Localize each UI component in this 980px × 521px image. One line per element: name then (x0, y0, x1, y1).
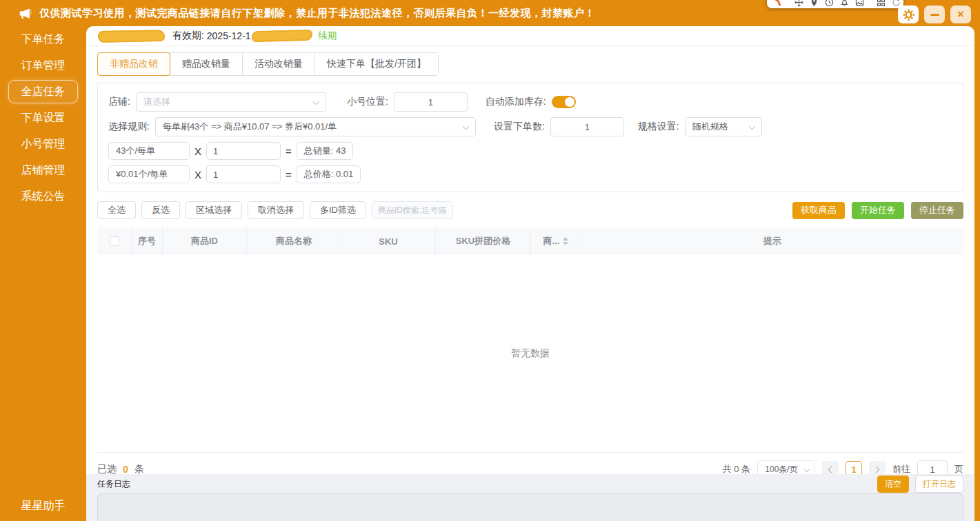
page-size-value: 100条/页 (765, 464, 797, 476)
main-panel: 有效期: 2025-12-1 续期 非赠品改销 赠品改销量 活动改销量 快速下单… (86, 26, 974, 521)
move-icon[interactable] (794, 0, 803, 7)
column-product-name: 商品名称 (247, 227, 341, 255)
chevron-down-icon (804, 467, 810, 472)
form-row-rule: 选择规则: 每单刷43个 => 商品¥10.07 => 券后¥0.01/单 设置… (108, 117, 952, 136)
column-truncated: 商... (531, 227, 581, 255)
task-log-output[interactable] (97, 493, 963, 521)
tab-activity-sales[interactable]: 活动改销量 (242, 53, 314, 75)
form-row-price: ¥0.01个/每单 X = 总价格: 0.01 (108, 165, 952, 183)
region-select-button[interactable]: 区域选择 (186, 201, 242, 219)
sidebar-item-order-manage[interactable]: 订单管理 (0, 52, 86, 79)
image-icon[interactable] (855, 0, 864, 7)
price-multiplier-input[interactable] (206, 165, 281, 183)
column-sku: SKU (341, 227, 436, 255)
auto-stock-toggle[interactable] (552, 96, 576, 108)
equals-operator: = (286, 145, 292, 157)
tab-group: 非赠品改销 赠品改销量 活动改销量 快速下单【批发/开团】 (97, 52, 439, 76)
task-log-section: 任务日志 清空 打开日志 (86, 474, 974, 521)
selection-toolbar: 全选 反选 区域选择 取消选择 多ID筛选 获取商品 开始任务 停止任务 (97, 201, 963, 219)
minimize-button[interactable] (924, 6, 945, 23)
grid-icon[interactable] (877, 0, 886, 7)
window-controls: × (898, 6, 971, 23)
pin-icon[interactable] (810, 0, 819, 7)
column-tip: 提示 (581, 227, 963, 255)
banner-text: 仅供测试学习使用，测试完商品链接请自行下架删除，禁止用于非法犯法途径，否则后果自… (39, 7, 595, 20)
sidebar-item-account-manage[interactable]: 小号管理 (0, 131, 86, 157)
product-id-search-input[interactable] (372, 201, 453, 219)
sidebar-item-order-task[interactable]: 下单任务 (0, 26, 86, 52)
sidebar-item-shop-task[interactable]: 全店任务 (8, 80, 78, 103)
stop-task-button[interactable]: 停止任务 (911, 202, 963, 219)
selected-count: 0 (123, 464, 128, 475)
close-icon: × (957, 9, 963, 20)
shop-select[interactable]: 请选择 (136, 92, 326, 112)
chevron-down-icon (462, 123, 469, 130)
task-log-title: 任务日志 (97, 478, 130, 490)
table-header: 序号 商品ID 商品名称 SKU SKU拼团价格 商... 提示 (97, 227, 963, 255)
position-label: 小号位置: (347, 96, 388, 108)
times-operator: X (194, 145, 201, 157)
redacted-date (251, 30, 312, 42)
column-product-id: 商品ID (163, 227, 247, 255)
shop-label: 店铺: (108, 96, 130, 108)
sidebar-item-announcement[interactable]: 系统公告 (0, 183, 86, 210)
renew-link[interactable]: 续期 (319, 30, 337, 42)
price-unit-box: ¥0.01个/每单 (108, 165, 190, 183)
clock-icon[interactable] (825, 0, 834, 7)
spec-select-value: 随机规格 (692, 121, 728, 133)
expiry-label: 有效期: (172, 30, 204, 42)
open-log-button[interactable]: 打开日志 (915, 476, 963, 493)
close-button[interactable]: × (950, 6, 971, 23)
select-all-checkbox[interactable] (110, 236, 119, 246)
sort-caret-icon[interactable] (563, 237, 568, 245)
position-input[interactable] (394, 92, 468, 112)
toolbar-logo-icon (773, 0, 782, 7)
chevron-right-icon (873, 466, 880, 473)
rule-select[interactable]: 每单刷43个 => 商品¥10.07 => 券后¥0.01/单 (155, 117, 476, 136)
rule-select-value: 每单刷43个 => 商品¥10.07 => 券后¥0.01/单 (163, 121, 337, 133)
fetch-products-button[interactable]: 获取商品 (792, 202, 845, 219)
select-all-button[interactable]: 全选 (97, 201, 136, 219)
sidebar-item-store-manage[interactable]: 店铺管理 (0, 157, 86, 183)
form-panel: 店铺: 请选择 小号位置: 自动添加库存: 选择规则: 每单刷43个 => 商品… (97, 83, 963, 192)
chevron-down-icon (312, 99, 319, 105)
cancel-select-button[interactable]: 取消选择 (248, 201, 304, 219)
sidebar-footer-brand[interactable]: 星星助手 (0, 493, 86, 519)
sidebar-item-order-settings[interactable]: 下单设置 (0, 105, 86, 131)
start-task-button[interactable]: 开始任务 (852, 202, 904, 219)
rule-label: 选择规则: (108, 121, 150, 133)
price-total-box: 总价格: 0.01 (297, 165, 361, 183)
equals-operator: = (286, 169, 292, 181)
toggle-knob (565, 97, 574, 107)
tab-non-gift-sales[interactable]: 非赠品改销 (97, 52, 170, 76)
floating-toolbar[interactable] (767, 0, 903, 8)
table-empty-state: 暂无数据 (97, 255, 963, 453)
spec-select[interactable]: 随机规格 (685, 117, 762, 136)
auto-stock-label: 自动添加库存: (486, 96, 546, 108)
minimize-icon (930, 14, 939, 16)
column-sku-group-price: SKU拼团价格 (436, 227, 531, 255)
sidebar: 下单任务 订单管理 全店任务 下单设置 小号管理 店铺管理 系统公告 星星助手 (0, 26, 86, 521)
header-checkbox-cell (97, 227, 132, 255)
shop-select-placeholder: 请选择 (143, 96, 170, 108)
clear-log-button[interactable]: 清空 (877, 476, 909, 493)
megaphone-icon (19, 7, 32, 20)
invert-select-button[interactable]: 反选 (141, 201, 180, 219)
form-row-shop: 店铺: 请选择 小号位置: 自动添加库存: (108, 92, 952, 112)
tab-quick-order[interactable]: 快速下单【批发/开团】 (314, 53, 438, 75)
multi-id-filter-button[interactable]: 多ID筛选 (310, 201, 366, 219)
tab-gift-sales[interactable]: 赠品改销量 (170, 53, 242, 75)
times-operator: X (194, 169, 201, 181)
order-num-input[interactable] (550, 117, 624, 136)
gear-icon (903, 9, 914, 21)
bell-icon[interactable] (840, 0, 849, 7)
qty-unit-box: 43个/每单 (108, 142, 190, 160)
qty-multiplier-input[interactable] (206, 142, 281, 160)
task-actions: 获取商品 开始任务 停止任务 (792, 202, 963, 219)
redacted-username (98, 29, 165, 42)
qty-total-box: 总销量: 43 (297, 142, 354, 160)
app-window: 仅供测试学习使用，测试完商品链接请自行下架删除，禁止用于非法犯法途径，否则后果自… (0, 0, 980, 521)
settings-button[interactable] (898, 6, 919, 23)
expiry-date: 2025-12-1 (207, 30, 251, 41)
column-index: 序号 (132, 227, 163, 255)
